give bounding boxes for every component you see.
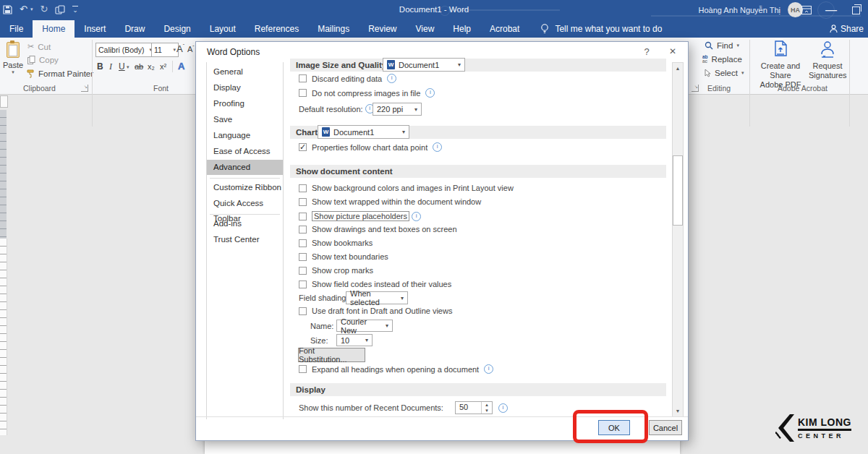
draft-font-name-dropdown[interactable]: Courier New — [336, 320, 393, 332]
chart-scope-dropdown[interactable]: Document1 — [318, 125, 409, 139]
format-painter-button[interactable]: Format Painter — [26, 69, 93, 78]
shrink-font-button[interactable]: Aˇ — [187, 45, 195, 53]
checkbox-show-field-codes[interactable]: Show field codes instead of their values — [299, 280, 451, 288]
select-dropdown-icon[interactable]: ▾ — [741, 70, 744, 76]
nav-language[interactable]: Language — [207, 128, 283, 143]
scroll-down-icon[interactable]: ▼ — [673, 406, 683, 416]
nav-general[interactable]: General — [207, 64, 283, 80]
copy-button[interactable]: Copy — [27, 56, 59, 64]
tell-me-box[interactable]: Tell me what you want to do — [529, 20, 662, 38]
checkbox-expand-headings[interactable]: Expand all headings when opening a docum… — [299, 364, 493, 374]
checkbox-icon[interactable] — [299, 198, 307, 206]
request-signatures-button[interactable]: Request Signatures — [809, 40, 846, 80]
tab-mailings[interactable]: Mailings — [308, 20, 359, 38]
italic-button[interactable]: I — [109, 61, 112, 72]
checkbox-icon[interactable] — [299, 213, 307, 220]
checkbox-checked-icon[interactable] — [299, 143, 307, 151]
dialog-scrollbar[interactable]: ▲ ▼ — [672, 62, 684, 417]
underline-button[interactable]: U — [119, 61, 125, 72]
bold-button[interactable]: B — [97, 61, 103, 72]
tab-draw[interactable]: Draw — [115, 20, 154, 38]
minimize-icon[interactable]: — — [819, 0, 843, 20]
recent-documents-spinner[interactable]: 50 ▲▼ — [455, 401, 493, 414]
editing-dialog-launcher-icon[interactable]: ↘ — [692, 85, 699, 92]
checkbox-show-crop-marks[interactable]: Show crop marks — [299, 266, 373, 275]
default-resolution-dropdown[interactable]: 220 ppi — [373, 103, 422, 116]
find-dropdown-icon[interactable]: ▾ — [736, 43, 739, 48]
tab-acrobat[interactable]: Acrobat — [480, 20, 529, 38]
checkbox-show-text-boundaries[interactable]: Show text boundaries — [299, 252, 388, 261]
font-substitution-button[interactable]: Font Substitution... — [298, 348, 365, 362]
font-size-combobox[interactable]: 11 — [151, 43, 179, 57]
scroll-up-icon[interactable]: ▲ — [673, 63, 683, 74]
font-name-combobox[interactable]: Calibri (Body) — [95, 43, 155, 57]
checkbox-icon[interactable] — [299, 226, 307, 234]
find-button[interactable]: Find ▾ — [705, 41, 739, 50]
replace-button[interactable]: abac Replace — [702, 55, 742, 64]
tab-references[interactable]: References — [245, 20, 308, 38]
nav-quick-access-toolbar[interactable]: Quick Access Toolbar — [207, 196, 283, 211]
superscript-button[interactable]: x² — [160, 62, 166, 71]
checkbox-discard-editing-data[interactable]: Discard editing data — [299, 74, 396, 83]
dialog-help-icon[interactable]: ? — [639, 46, 655, 57]
clipboard-dialog-launcher-icon[interactable]: ↘ — [81, 85, 88, 92]
checkbox-show-background[interactable]: Show background colors and images in Pri… — [299, 184, 514, 192]
checkbox-show-drawings[interactable]: Show drawings and text boxes on screen — [299, 225, 457, 234]
strikethrough-button[interactable]: ab — [135, 62, 143, 71]
nav-save[interactable]: Save — [207, 112, 283, 127]
spinner-up-icon[interactable]: ▲ — [482, 402, 492, 408]
underline-dropdown-icon[interactable]: ▾ — [127, 64, 129, 70]
checkbox-icon[interactable] — [299, 89, 307, 97]
grow-font-button[interactable]: Aˆ — [176, 43, 184, 54]
tab-home[interactable]: Home — [33, 20, 75, 38]
checkbox-icon[interactable] — [299, 307, 307, 315]
scrollbar-thumb[interactable] — [673, 155, 683, 226]
nav-add-ins[interactable]: Add-ins — [207, 216, 283, 231]
nav-ease-of-access[interactable]: Ease of Access — [207, 144, 283, 159]
tab-file[interactable]: File — [0, 20, 33, 38]
checkbox-icon[interactable] — [299, 280, 307, 288]
user-name[interactable]: Hoàng Anh Nguyễn Thị — [698, 6, 780, 14]
cancel-button[interactable]: Cancel — [649, 420, 682, 435]
nav-proofing[interactable]: Proofing — [207, 96, 283, 111]
restore-icon[interactable] — [843, 0, 868, 20]
checkbox-icon[interactable] — [299, 239, 307, 247]
checkbox-icon[interactable] — [299, 253, 307, 261]
share-button[interactable]: Share — [830, 20, 868, 38]
nav-trust-center[interactable]: Trust Center — [207, 232, 283, 247]
image-quality-scope-dropdown[interactable]: Document1 — [383, 58, 465, 72]
tab-view[interactable]: View — [407, 20, 444, 38]
checkbox-icon[interactable] — [299, 184, 307, 192]
paste-dropdown-icon[interactable]: ▾ — [3, 69, 23, 75]
checkbox-no-compress-images[interactable]: Do not compress images in file — [299, 88, 435, 98]
document-page[interactable] — [205, 440, 680, 454]
subscript-button[interactable]: x₂ — [148, 62, 155, 71]
ribbon-display-options-icon[interactable] — [794, 0, 819, 20]
ok-button[interactable]: OK — [598, 420, 630, 435]
paste-button[interactable]: Paste ▾ — [3, 40, 23, 82]
select-button[interactable]: Select ▾ — [704, 69, 744, 77]
tab-help[interactable]: Help — [443, 20, 480, 38]
checkbox-icon[interactable] — [299, 267, 307, 275]
spinner-down-icon[interactable]: ▼ — [482, 408, 492, 414]
nav-display[interactable]: Display — [207, 80, 283, 95]
nav-advanced[interactable]: Advanced — [207, 160, 283, 175]
checkbox-properties-follow-chart[interactable]: Properties follow chart data point — [299, 142, 442, 152]
cut-button[interactable]: ✂ Cut — [27, 42, 51, 51]
tab-selector[interactable] — [0, 95, 8, 108]
checkbox-icon[interactable] — [299, 74, 307, 82]
checkbox-show-bookmarks[interactable]: Show bookmarks — [299, 239, 373, 247]
tab-design[interactable]: Design — [154, 20, 200, 38]
tab-insert[interactable]: Insert — [75, 20, 115, 38]
tab-layout[interactable]: Layout — [200, 20, 245, 38]
checkbox-show-text-wrapped[interactable]: Show text wrapped within the document wi… — [299, 197, 481, 206]
draft-font-size-dropdown[interactable]: 10 — [336, 334, 373, 346]
dialog-close-icon[interactable]: ✕ — [665, 46, 681, 56]
checkbox-icon[interactable] — [299, 365, 307, 373]
create-share-pdf-button[interactable]: Create and Share Adobe PDF — [754, 40, 807, 90]
text-effects-button[interactable]: A — [178, 61, 184, 72]
checkbox-use-draft-font[interactable]: Use draft font in Draft and Outline view… — [299, 307, 452, 315]
tab-review[interactable]: Review — [359, 20, 406, 38]
checkbox-show-picture-placeholders[interactable]: Show picture placeholders — [299, 211, 421, 221]
field-shading-dropdown[interactable]: When selected — [346, 291, 408, 304]
